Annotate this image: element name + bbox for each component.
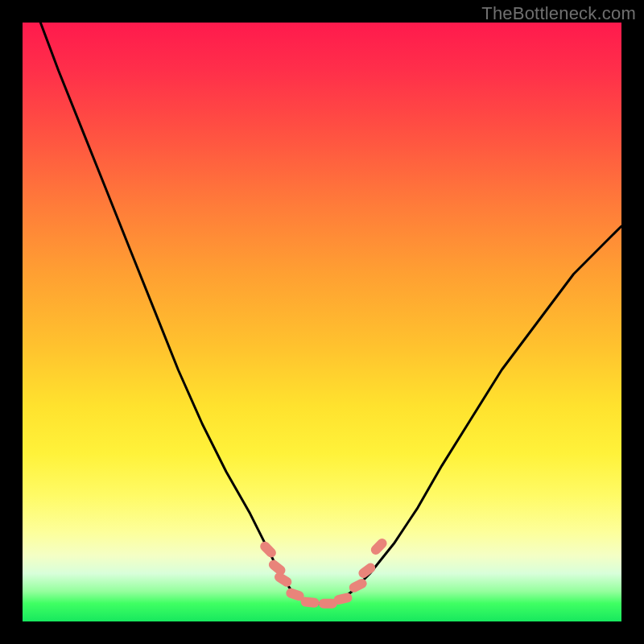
watermark-text: TheBottleneck.com	[481, 3, 636, 24]
chart-stage: TheBottleneck.com	[0, 0, 644, 644]
gradient-background	[23, 23, 621, 621]
